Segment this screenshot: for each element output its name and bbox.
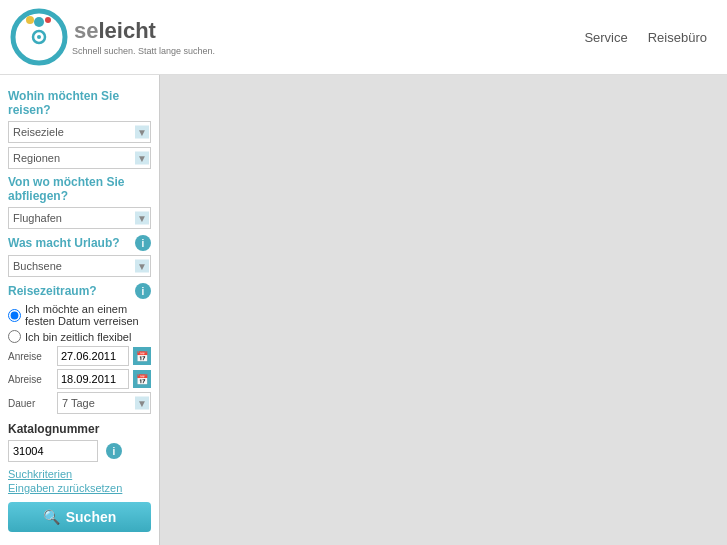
katalognummer-title: Katalognummer — [8, 422, 151, 436]
nav-service[interactable]: Service — [584, 30, 627, 45]
search-btn-label: Suchen — [66, 509, 117, 525]
radio-fixed-text: Ich möchte an einem festen Datum verreis… — [25, 303, 151, 327]
regionen-select[interactable]: Regionen — [8, 147, 151, 169]
urlaubsart-select[interactable]: Buchsene — [8, 255, 151, 277]
katalognummer-input[interactable] — [8, 440, 98, 462]
header-nav: Service Reisebüro — [584, 30, 707, 45]
section-urlaub-header: Was macht Urlaub? i — [8, 235, 151, 251]
section-destination-title: Wohin möchten Sie reisen? — [8, 89, 151, 117]
svg-point-1 — [34, 17, 44, 27]
radio-flexible-text: Ich bin zeitlich flexibel — [25, 331, 131, 343]
logo-subtext: Schnell suchen. Statt lange suchen. — [72, 46, 215, 56]
section-urlaub-title: Was macht Urlaub? — [8, 236, 120, 250]
header: seleicht Schnell suchen. Statt lange suc… — [0, 0, 727, 75]
urlaubsart-wrapper: Buchsene ▼ — [8, 255, 151, 277]
abreise-calendar-icon[interactable]: 📅 — [133, 370, 151, 388]
anreise-calendar-icon[interactable]: 📅 — [133, 347, 151, 365]
flughafen-select[interactable]: Flughafen — [8, 207, 151, 229]
katalognummer-info-icon[interactable]: i — [106, 443, 122, 459]
search-btn-icon: 🔍 — [43, 509, 60, 525]
logo-text: seleicht — [74, 18, 215, 44]
katalog-row: i — [8, 440, 151, 462]
radio-flexible-label[interactable]: Ich bin zeitlich flexibel — [8, 330, 151, 343]
zeitraum-info-icon[interactable]: i — [135, 283, 151, 299]
radio-flexible-input[interactable] — [8, 330, 21, 343]
content-area — [160, 75, 727, 545]
link-row: Suchkriterien Eingaben zurücksetzen — [8, 468, 151, 494]
dauer-row: Dauer 7 Tage ▼ — [8, 392, 151, 414]
svg-point-5 — [45, 17, 51, 23]
logo-area: seleicht Schnell suchen. Statt lange suc… — [10, 8, 215, 66]
suchkriterien-link[interactable]: Suchkriterien — [8, 468, 151, 480]
svg-point-3 — [37, 35, 41, 39]
section-zeitraum-header: Reisezeitraum? i — [8, 283, 151, 299]
search-button[interactable]: 🔍 Suchen — [8, 502, 151, 532]
svg-point-4 — [26, 16, 34, 24]
abreise-label: Abreise — [8, 374, 53, 385]
anreise-row: Anreise 📅 — [8, 346, 151, 366]
radio-fixed-label[interactable]: Ich möchte an einem festen Datum verreis… — [8, 303, 151, 327]
anreise-input[interactable] — [57, 346, 129, 366]
abreise-input[interactable] — [57, 369, 129, 389]
reiseziele-wrapper: Reiseziele ▼ — [8, 121, 151, 143]
radio-fixed-input[interactable] — [8, 309, 21, 322]
main: Wohin möchten Sie reisen? Reiseziele ▼ R… — [0, 75, 727, 545]
dauer-wrapper: 7 Tage ▼ — [57, 392, 151, 414]
dauer-select[interactable]: 7 Tage — [57, 392, 151, 414]
sidebar: Wohin möchten Sie reisen? Reiseziele ▼ R… — [0, 75, 160, 545]
section-depart-title: Von wo möchten Sie abfliegen? — [8, 175, 151, 203]
reiseziele-select[interactable]: Reiseziele — [8, 121, 151, 143]
abreise-row: Abreise 📅 — [8, 369, 151, 389]
dauer-label: Dauer — [8, 398, 53, 409]
logo-icon — [10, 8, 68, 66]
nav-reisebuero[interactable]: Reisebüro — [648, 30, 707, 45]
regionen-wrapper: Regionen ▼ — [8, 147, 151, 169]
anreise-label: Anreise — [8, 351, 53, 362]
urlaub-info-icon[interactable]: i — [135, 235, 151, 251]
eingaben-link[interactable]: Eingaben zurücksetzen — [8, 482, 151, 494]
flughafen-wrapper: Flughafen ▼ — [8, 207, 151, 229]
section-zeitraum-title: Reisezeitraum? — [8, 284, 97, 298]
